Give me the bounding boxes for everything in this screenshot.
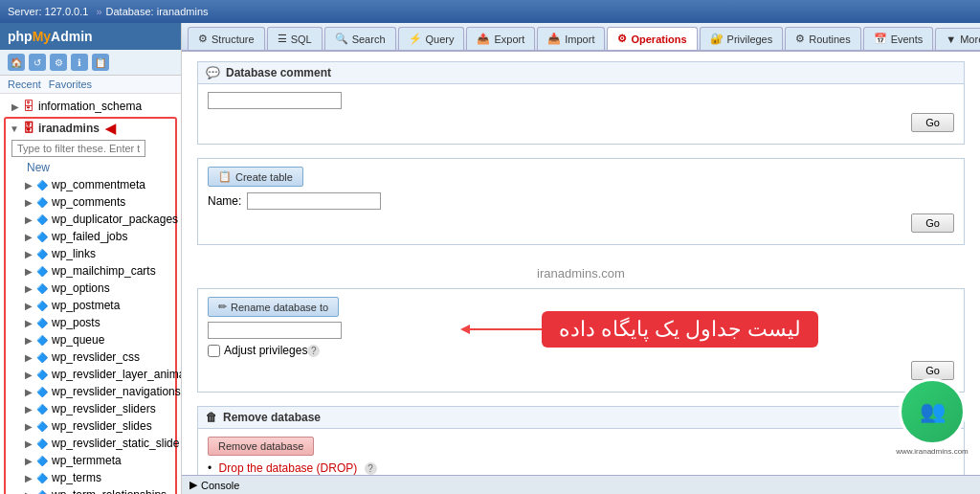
tab-structure[interactable]: ⚙ Structure (188, 27, 265, 50)
tree-item-information-schema[interactable]: ▶ 🗄 information_schema (0, 98, 181, 115)
tree-item-wp_revslider_slides[interactable]: ▶🔷wp_revslider_slides (6, 417, 175, 435)
tree-item-wp_mailchimp_carts[interactable]: ▶🔷wp_mailchimp_carts (6, 262, 175, 280)
tree-item-wp_terms[interactable]: ▶🔷wp_terms (6, 469, 175, 486)
nav-tabs: ⚙ Structure ☰ SQL 🔍 Search ⚡ Query 📤 Exp… (182, 23, 980, 52)
drop-row: • Drop the database (DROP) ? (208, 461, 954, 475)
favorites-link[interactable]: Favorites (49, 79, 92, 90)
create-table-body: 📋 Create table Name: Go (197, 158, 965, 245)
tab-privileges[interactable]: 🔐 Privileges (700, 27, 784, 50)
tree-item-new[interactable]: New (6, 159, 175, 176)
table-name: wp_links (52, 247, 96, 260)
table-name: wp_revslider_navigations (52, 385, 181, 398)
tree-item-wp_revslider_static_slide[interactable]: ▶🔷wp_revslider_static_slide (6, 435, 175, 452)
tree-item-wp_posts[interactable]: ▶🔷wp_posts (6, 314, 175, 331)
go-button-1[interactable]: Go (911, 113, 954, 132)
routines-label: Routines (809, 34, 850, 45)
db-comment-input[interactable] (208, 92, 342, 109)
tree-item-wp_revslider_css[interactable]: ▶🔷wp_revslider_css (6, 348, 175, 366)
tab-events[interactable]: 📅 Events (863, 27, 934, 50)
create-table-icon: 📋 (218, 170, 232, 183)
go-row-2: Go (208, 210, 954, 236)
nav-icon-info[interactable]: ℹ (71, 54, 88, 71)
name-label: Name: (208, 194, 241, 208)
nav-icon-settings[interactable]: ⚙ (50, 54, 67, 71)
tree-item-wp_links[interactable]: ▶🔷wp_links (6, 245, 175, 262)
name-row: Name: (208, 192, 954, 210)
db-icon-2: 🗄 (23, 122, 34, 135)
table-icon: 🔷 (36, 456, 48, 466)
remove-title: 🗑 Remove database (197, 406, 965, 428)
help-icon[interactable]: ? (307, 345, 320, 357)
table-icon: 🔷 (36, 197, 48, 208)
rename-input[interactable] (208, 322, 342, 339)
create-table-button[interactable]: 📋 Create table (208, 167, 303, 187)
drop-help-icon[interactable]: ? (365, 462, 377, 475)
table-icon: 🔷 (36, 180, 48, 191)
db-comment-section: 💬 Database comment Go (197, 61, 965, 145)
table-name: wp_queue (52, 333, 104, 347)
logo-php: php (8, 29, 33, 44)
nav-icon-log[interactable]: 📋 (92, 54, 109, 71)
remove-label: Remove database (223, 411, 321, 424)
watermark-icon: 👥 (920, 399, 946, 424)
tree-item-wp_revslider_layer_anima[interactable]: ▶🔷wp_revslider_layer_anima (6, 366, 175, 383)
remove-btn-label: Remove database (218, 440, 303, 452)
table-icon: 🔷 (36, 301, 48, 311)
tree-item-wp_term_relationships[interactable]: ▶🔷wp_term_relationships (6, 486, 175, 494)
table-icon: 🔷 (36, 438, 48, 449)
db-comment-body: Go (197, 83, 965, 145)
tree-item-wp_comments[interactable]: ▶🔷wp_comments (6, 193, 175, 211)
tree-item-wp_options[interactable]: ▶🔷wp_options (6, 280, 175, 297)
tree-item-wp_duplicator_packages[interactable]: ▶🔷wp_duplicator_packages (6, 211, 175, 228)
tree-item-wp_failed_jobs[interactable]: ▶🔷wp_failed_jobs (6, 228, 175, 245)
tab-export[interactable]: 📤 Export (466, 27, 535, 50)
table-name-input[interactable] (247, 192, 381, 210)
sql-icon: ☰ (278, 33, 287, 45)
structure-icon: ⚙ (198, 33, 208, 45)
tree-item-wp_revslider_sliders[interactable]: ▶🔷wp_revslider_sliders (6, 400, 175, 417)
go-button-3[interactable]: Go (911, 361, 954, 380)
db-name-label-2: iranadmins (38, 122, 100, 135)
privileges-label: Privileges (727, 34, 773, 45)
tree-item-iranadmins[interactable]: ▼ 🗄 iranadmins ◀ (6, 119, 175, 138)
rename-button[interactable]: ✏ Rename database to (208, 297, 339, 317)
tree-item-wp_revslider_navigations[interactable]: ▶🔷wp_revslider_navigations (6, 383, 175, 400)
tree-item-wp_postmeta[interactable]: ▶🔷wp_postmeta (6, 297, 175, 314)
import-icon: 📥 (547, 33, 561, 45)
table-icon: 🔷 (36, 404, 48, 415)
tab-operations[interactable]: ⚙ Operations (607, 27, 697, 50)
table-icon: 🔷 (36, 473, 48, 483)
table-icon: 🔷 (36, 214, 48, 225)
search-label: Search (352, 34, 386, 45)
table-name: wp_postmeta (52, 299, 120, 312)
recent-link[interactable]: Recent (8, 79, 41, 90)
adjust-privileges-checkbox[interactable] (208, 345, 220, 357)
table-name: wp_options (52, 281, 110, 295)
tree-item-wp_queue[interactable]: ▶🔷wp_queue (6, 331, 175, 348)
table-name: wp_comments (52, 195, 125, 209)
table-name: wp_mailchimp_carts (52, 264, 156, 278)
tab-search[interactable]: 🔍 Search (324, 27, 396, 50)
right-panel: ⚙ Structure ☰ SQL 🔍 Search ⚡ Query 📤 Exp… (182, 23, 980, 494)
remove-database-button[interactable]: Remove database (208, 437, 314, 456)
privileges-icon: 🔐 (710, 33, 724, 45)
tab-import[interactable]: 📥 Import (537, 27, 605, 50)
events-label: Events (891, 34, 924, 45)
table-filter-input[interactable] (11, 140, 145, 157)
tab-more[interactable]: ▼ More (935, 28, 980, 50)
nav-icon-refresh[interactable]: ↺ (29, 54, 46, 71)
expand-icon: ▶ (25, 318, 33, 328)
console-bar[interactable]: ▶ Console (182, 475, 980, 494)
tab-query[interactable]: ⚡ Query (398, 27, 465, 50)
logo-my: My (33, 29, 51, 44)
new-label: New (27, 161, 50, 174)
query-label: Query (426, 34, 455, 45)
tree-item-wp_termmeta[interactable]: ▶🔷wp_termmeta (6, 452, 175, 469)
tab-sql[interactable]: ☰ SQL (267, 27, 323, 50)
tree-item-wp_commentmeta[interactable]: ▶🔷wp_commentmeta (6, 176, 175, 193)
drop-link[interactable]: Drop the database (DROP) (219, 461, 358, 475)
nav-icon-home[interactable]: 🏠 (8, 54, 25, 71)
table-list: ▶🔷wp_commentmeta▶🔷wp_comments▶🔷wp_duplic… (6, 176, 175, 494)
tab-routines[interactable]: ⚙ Routines (785, 27, 860, 50)
go-button-2[interactable]: Go (911, 213, 954, 233)
